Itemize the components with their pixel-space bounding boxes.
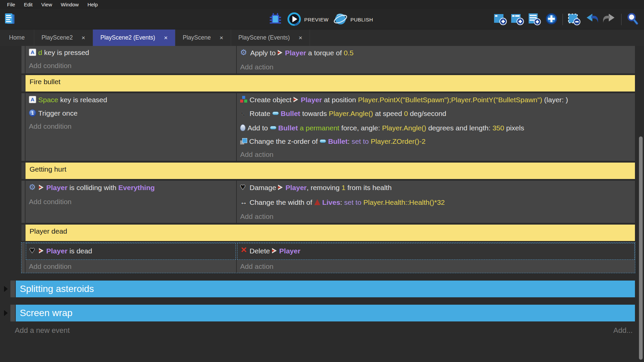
collapse-arrow-icon[interactable] bbox=[4, 310, 8, 316]
text-segment: Change the width of bbox=[250, 198, 314, 206]
action-line[interactable]: Create object Player at position Player.… bbox=[237, 93, 635, 107]
preview-label: PREVIEW bbox=[304, 17, 329, 22]
add-condition-button[interactable]: Add condition bbox=[25, 59, 236, 72]
tab-playscene[interactable]: PlayScene × bbox=[175, 29, 231, 46]
text-segment: d bbox=[38, 49, 42, 56]
action-line[interactable]: Apply to Player a torque of 0.5 bbox=[237, 46, 635, 61]
comment-bar[interactable]: Player dead bbox=[25, 225, 635, 241]
text-segment: Player.Angle() bbox=[329, 110, 373, 117]
menu-window[interactable]: Window bbox=[56, 0, 83, 9]
condition-line[interactable]: Player is colliding with Everything bbox=[25, 181, 236, 195]
event-drag-handle[interactable] bbox=[21, 46, 25, 73]
add-action-button[interactable]: Add action bbox=[237, 260, 635, 273]
bullet-icon bbox=[320, 139, 326, 143]
add-condition-button[interactable]: Add condition bbox=[25, 120, 236, 133]
close-tab-icon[interactable]: × bbox=[164, 35, 168, 41]
add-subevent-icon[interactable] bbox=[511, 12, 525, 26]
text-segment: Player bbox=[285, 184, 307, 191]
publish-button[interactable]: PUBLISH bbox=[333, 12, 373, 27]
vertical-scrollbar-thumb[interactable] bbox=[639, 136, 643, 360]
text-segment: , removing bbox=[307, 184, 341, 191]
add-action-button[interactable]: Add action bbox=[237, 148, 635, 161]
text-segment: Change the z-order of bbox=[249, 137, 320, 145]
event-drag-handle[interactable] bbox=[21, 163, 25, 179]
bullet-icon bbox=[270, 126, 276, 129]
conditions-column: Player is colliding with Everything Add … bbox=[25, 181, 237, 223]
bullet-icon bbox=[272, 112, 279, 115]
app-logo-icon[interactable] bbox=[4, 12, 16, 26]
add-new-event-button[interactable]: Add a new event bbox=[15, 326, 70, 335]
trigger-once-icon bbox=[29, 109, 36, 117]
heart-icon bbox=[30, 243, 37, 258]
publish-label: PUBLISH bbox=[351, 17, 373, 22]
toolbar-center: PREVIEW PUBLISH bbox=[268, 12, 373, 27]
comment-bar[interactable]: Fire bullet bbox=[25, 75, 635, 92]
text-segment: Delete bbox=[250, 247, 272, 255]
text-segment: : bbox=[340, 198, 344, 206]
menu-file[interactable]: File bbox=[3, 0, 19, 9]
event-drag-handle[interactable] bbox=[21, 75, 25, 92]
condition-line[interactable]: Space key is released bbox=[25, 93, 236, 107]
text-segment: Player.PointX("BulletSpawn");Player.Poin… bbox=[358, 96, 542, 104]
condition-line[interactable]: Player is dead bbox=[26, 243, 235, 259]
comment-bar[interactable]: Getting hurt bbox=[25, 163, 635, 179]
text-segment: deg/second bbox=[408, 110, 446, 117]
add-action-button[interactable]: Add action bbox=[237, 210, 635, 223]
action-line[interactable]: Damage Player, removing 1 from its healt… bbox=[237, 181, 635, 195]
group-bar[interactable]: Screen wrap bbox=[16, 305, 635, 321]
group-bar[interactable]: Splitting asteroids bbox=[16, 281, 635, 297]
condition-line[interactable]: Trigger once bbox=[25, 107, 236, 120]
event-drag-handle[interactable] bbox=[10, 305, 16, 321]
rotate-icon bbox=[240, 107, 248, 120]
text-segment: Bullet bbox=[328, 137, 347, 145]
text-segment: (layer: ) bbox=[542, 96, 568, 104]
text-segment: Player bbox=[46, 247, 67, 255]
event-drag-handle[interactable] bbox=[21, 93, 25, 161]
delete-selection-icon[interactable] bbox=[567, 12, 581, 26]
conditions-column: d key is pressed Add condition bbox=[25, 46, 237, 73]
add-comment-icon[interactable] bbox=[528, 12, 542, 26]
text-segment: Everything bbox=[118, 184, 155, 191]
add-action-button[interactable]: Add action bbox=[237, 61, 635, 73]
action-line[interactable]: Delete Player bbox=[237, 243, 634, 259]
menu-help[interactable]: Help bbox=[83, 0, 102, 9]
undo-icon[interactable] bbox=[584, 12, 599, 26]
tab-playscene-events[interactable]: PlayScene (Events) × bbox=[231, 29, 310, 46]
gdevelop-window: File Edit View Window Help bbox=[0, 0, 644, 362]
delete-icon bbox=[241, 243, 248, 258]
menu-edit[interactable]: Edit bbox=[19, 0, 37, 9]
add-condition-button[interactable]: Add condition bbox=[25, 195, 236, 208]
event-drag-handle[interactable] bbox=[21, 225, 25, 241]
event-drag-handle[interactable] bbox=[21, 243, 25, 273]
action-line[interactable]: Change the width of Lives: set to Player… bbox=[237, 195, 635, 210]
actions-column: Delete Player Add action bbox=[237, 243, 635, 273]
event-drag-handle[interactable] bbox=[21, 181, 25, 223]
text-segment: pixels bbox=[504, 124, 524, 132]
add-button[interactable]: Add... bbox=[613, 326, 633, 335]
search-icon[interactable] bbox=[626, 12, 639, 26]
condition-line[interactable]: d key is pressed bbox=[25, 46, 236, 59]
text-segment: is colliding with bbox=[67, 184, 118, 191]
close-tab-icon[interactable]: × bbox=[299, 35, 302, 41]
collapse-arrow-icon[interactable] bbox=[4, 286, 8, 292]
close-tab-icon[interactable]: × bbox=[82, 35, 85, 41]
physics-icon bbox=[29, 181, 37, 194]
add-condition-button[interactable]: Add condition bbox=[25, 260, 236, 273]
tab-home[interactable]: Home bbox=[0, 29, 34, 46]
action-line[interactable]: Add to Bullet a permanent force, angle: … bbox=[237, 121, 635, 135]
tab-playscene2[interactable]: PlayScene2 × bbox=[34, 29, 93, 46]
tab-playscene2-events[interactable]: PlayScene2 (Events) × bbox=[93, 29, 175, 46]
event-drag-handle[interactable] bbox=[10, 281, 16, 297]
action-line[interactable]: Rotate Bullet towards Player.Angle() at … bbox=[237, 107, 635, 121]
text-segment: degrees and length: bbox=[426, 124, 492, 132]
close-tab-icon[interactable]: × bbox=[219, 35, 223, 41]
preview-button[interactable]: PREVIEW bbox=[287, 12, 329, 27]
debug-chip-icon[interactable] bbox=[268, 12, 282, 27]
action-line[interactable]: Change the z-order of Bullet: set to Pla… bbox=[237, 135, 635, 148]
add-new-icon[interactable] bbox=[545, 12, 558, 26]
group-row: Screen wrap bbox=[4, 305, 635, 321]
add-event-icon[interactable] bbox=[493, 12, 507, 26]
redo-icon[interactable] bbox=[602, 12, 617, 26]
heart-icon bbox=[240, 181, 248, 194]
menu-view[interactable]: View bbox=[37, 0, 56, 9]
